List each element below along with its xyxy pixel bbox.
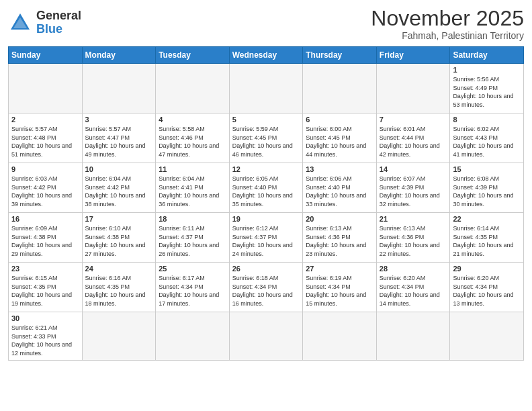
day-info: Sunrise: 6:04 AM Sunset: 4:42 PM Dayligh… [85, 175, 153, 208]
day-info: Sunrise: 5:59 AM Sunset: 4:45 PM Dayligh… [232, 125, 300, 158]
day-number: 22 [453, 215, 521, 223]
day-cell [376, 312, 450, 360]
day-number: 9 [11, 165, 79, 173]
day-cell: 24Sunrise: 6:16 AM Sunset: 4:35 PM Dayli… [82, 263, 156, 312]
weekday-thursday: Thursday [303, 47, 377, 64]
weekday-tuesday: Tuesday [156, 47, 230, 64]
weekday-monday: Monday [82, 47, 156, 64]
day-cell: 1Sunrise: 5:56 AM Sunset: 4:49 PM Daylig… [450, 64, 524, 113]
day-info: Sunrise: 6:16 AM Sunset: 4:35 PM Dayligh… [85, 274, 153, 308]
day-number: 24 [85, 265, 153, 273]
day-number: 20 [306, 215, 373, 223]
day-info: Sunrise: 6:14 AM Sunset: 4:35 PM Dayligh… [453, 224, 521, 258]
day-info: Sunrise: 6:05 AM Sunset: 4:40 PM Dayligh… [232, 175, 300, 208]
day-cell: 8Sunrise: 6:02 AM Sunset: 4:43 PM Daylig… [450, 113, 524, 163]
day-cell: 29Sunrise: 6:20 AM Sunset: 4:34 PM Dayli… [450, 263, 524, 312]
day-number: 29 [453, 265, 521, 273]
day-cell: 17Sunrise: 6:10 AM Sunset: 4:38 PM Dayli… [82, 213, 156, 263]
day-cell: 18Sunrise: 6:11 AM Sunset: 4:37 PM Dayli… [156, 213, 230, 263]
day-cell [229, 64, 303, 113]
day-number: 16 [11, 215, 79, 223]
day-info: Sunrise: 6:12 AM Sunset: 4:37 PM Dayligh… [232, 224, 300, 258]
day-info: Sunrise: 6:04 AM Sunset: 4:41 PM Dayligh… [159, 175, 226, 208]
day-cell: 10Sunrise: 6:04 AM Sunset: 4:42 PM Dayli… [82, 163, 156, 213]
day-cell [156, 64, 230, 113]
day-cell [229, 312, 303, 360]
day-number: 15 [453, 165, 521, 173]
day-cell: 3Sunrise: 5:57 AM Sunset: 4:47 PM Daylig… [82, 113, 156, 163]
day-number: 25 [159, 265, 226, 273]
day-cell: 11Sunrise: 6:04 AM Sunset: 4:41 PM Dayli… [156, 163, 230, 213]
day-number: 30 [11, 314, 79, 322]
day-cell: 25Sunrise: 6:17 AM Sunset: 4:34 PM Dayli… [156, 263, 230, 312]
day-cell [450, 312, 524, 360]
day-cell: 28Sunrise: 6:20 AM Sunset: 4:34 PM Dayli… [376, 263, 450, 312]
day-info: Sunrise: 6:20 AM Sunset: 4:34 PM Dayligh… [380, 274, 447, 308]
day-cell: 13Sunrise: 6:06 AM Sunset: 4:40 PM Dayli… [303, 163, 377, 213]
week-row-4: 16Sunrise: 6:09 AM Sunset: 4:38 PM Dayli… [9, 213, 524, 263]
day-number: 13 [306, 165, 373, 173]
day-cell: 21Sunrise: 6:13 AM Sunset: 4:36 PM Dayli… [376, 213, 450, 263]
day-cell: 22Sunrise: 6:14 AM Sunset: 4:35 PM Dayli… [450, 213, 524, 263]
day-number: 3 [85, 116, 153, 124]
day-info: Sunrise: 5:57 AM Sunset: 4:47 PM Dayligh… [85, 125, 153, 158]
day-number: 12 [232, 165, 300, 173]
day-info: Sunrise: 6:13 AM Sunset: 4:36 PM Dayligh… [306, 224, 373, 258]
weekday-sunday: Sunday [9, 47, 83, 64]
logo-icon [8, 11, 32, 35]
day-info: Sunrise: 5:58 AM Sunset: 4:46 PM Dayligh… [159, 125, 226, 158]
week-row-3: 9Sunrise: 6:03 AM Sunset: 4:42 PM Daylig… [9, 163, 524, 213]
day-number: 23 [11, 265, 79, 273]
weekday-friday: Friday [376, 47, 450, 64]
day-cell: 4Sunrise: 5:58 AM Sunset: 4:46 PM Daylig… [156, 113, 230, 163]
day-number: 11 [159, 165, 226, 173]
week-row-2: 2Sunrise: 5:57 AM Sunset: 4:48 PM Daylig… [9, 113, 524, 163]
day-info: Sunrise: 6:08 AM Sunset: 4:39 PM Dayligh… [453, 175, 521, 208]
page: General Blue November 2025 Fahmah, Pales… [0, 0, 532, 411]
day-info: Sunrise: 6:03 AM Sunset: 4:42 PM Dayligh… [11, 175, 79, 208]
day-info: Sunrise: 6:15 AM Sunset: 4:35 PM Dayligh… [11, 274, 79, 308]
day-number: 2 [11, 116, 79, 124]
day-cell [156, 312, 230, 360]
day-info: Sunrise: 6:10 AM Sunset: 4:38 PM Dayligh… [85, 224, 153, 258]
day-info: Sunrise: 6:18 AM Sunset: 4:34 PM Dayligh… [232, 274, 300, 308]
day-cell: 7Sunrise: 6:01 AM Sunset: 4:44 PM Daylig… [376, 113, 450, 163]
day-cell [82, 64, 156, 113]
weekday-wednesday: Wednesday [229, 47, 303, 64]
day-number: 7 [380, 116, 447, 124]
header: General Blue November 2025 Fahmah, Pales… [8, 7, 524, 41]
day-info: Sunrise: 6:06 AM Sunset: 4:40 PM Dayligh… [306, 175, 373, 208]
logo-general: General [36, 9, 81, 23]
title-area: November 2025 Fahmah, Palestinian Territ… [371, 7, 524, 41]
day-cell: 15Sunrise: 6:08 AM Sunset: 4:39 PM Dayli… [450, 163, 524, 213]
day-number: 8 [453, 116, 521, 124]
day-number: 14 [380, 165, 447, 173]
day-info: Sunrise: 6:17 AM Sunset: 4:34 PM Dayligh… [159, 274, 226, 308]
day-number: 18 [159, 215, 226, 223]
day-number: 27 [306, 265, 373, 273]
day-cell: 16Sunrise: 6:09 AM Sunset: 4:38 PM Dayli… [9, 213, 83, 263]
day-number: 5 [232, 116, 300, 124]
day-cell: 5Sunrise: 5:59 AM Sunset: 4:45 PM Daylig… [229, 113, 303, 163]
day-info: Sunrise: 6:11 AM Sunset: 4:37 PM Dayligh… [159, 224, 226, 258]
day-info: Sunrise: 6:01 AM Sunset: 4:44 PM Dayligh… [380, 125, 447, 158]
day-info: Sunrise: 6:09 AM Sunset: 4:38 PM Dayligh… [11, 224, 79, 258]
day-number: 21 [380, 215, 447, 223]
day-number: 26 [232, 265, 300, 273]
day-info: Sunrise: 6:00 AM Sunset: 4:45 PM Dayligh… [306, 125, 373, 158]
day-cell: 9Sunrise: 6:03 AM Sunset: 4:42 PM Daylig… [9, 163, 83, 213]
day-cell [9, 64, 83, 113]
day-info: Sunrise: 6:02 AM Sunset: 4:43 PM Dayligh… [453, 125, 521, 158]
day-info: Sunrise: 6:21 AM Sunset: 4:33 PM Dayligh… [11, 324, 79, 357]
day-number: 17 [85, 215, 153, 223]
logo: General Blue [8, 9, 81, 36]
logo-text: General Blue [36, 9, 81, 36]
day-cell: 20Sunrise: 6:13 AM Sunset: 4:36 PM Dayli… [303, 213, 377, 263]
day-cell: 14Sunrise: 6:07 AM Sunset: 4:39 PM Dayli… [376, 163, 450, 213]
day-number: 4 [159, 116, 226, 124]
day-info: Sunrise: 6:20 AM Sunset: 4:34 PM Dayligh… [453, 274, 521, 308]
day-cell: 23Sunrise: 6:15 AM Sunset: 4:35 PM Dayli… [9, 263, 83, 312]
calendar-table: SundayMondayTuesdayWednesdayThursdayFrid… [8, 46, 524, 360]
day-cell: 19Sunrise: 6:12 AM Sunset: 4:37 PM Dayli… [229, 213, 303, 263]
day-number: 1 [453, 66, 521, 74]
